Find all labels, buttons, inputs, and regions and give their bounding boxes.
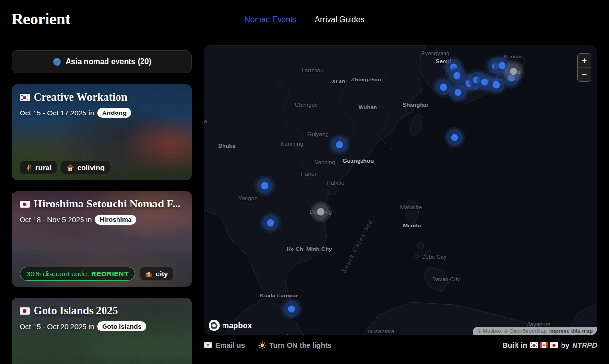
- flag-kr: [530, 342, 538, 348]
- event-title: Goto Islands 2025: [20, 305, 184, 317]
- event-card-list: Creative WorkationOct 15 - Oct 17 2025 i…: [12, 84, 192, 364]
- main-content: Asia nomad events (20) Creative Workatio…: [0, 38, 609, 364]
- event-marker[interactable]: [435, 79, 452, 95]
- event-marker[interactable]: [262, 215, 279, 231]
- map-city-label: Guiyang: [307, 131, 328, 137]
- event-marker-muted[interactable]: [313, 204, 329, 220]
- event-marker[interactable]: [488, 77, 504, 93]
- flag-ca: [540, 342, 548, 348]
- tag-coliving: coliving: [61, 161, 110, 174]
- event-date: Oct 15 - Oct 17 2025 inAndong: [20, 108, 184, 118]
- improve-map-link[interactable]: Improve this map: [549, 328, 593, 334]
- globe-icon: [53, 57, 61, 66]
- map-city-label: Manila: [403, 223, 421, 228]
- map-city-label: Pyongyang: [421, 50, 449, 56]
- location-pill: Hiroshima: [95, 215, 136, 225]
- filter-button-label: Asia nomad events (20): [66, 57, 152, 66]
- app-header: Reorient Nomad EventsArrival Guides: [0, 0, 609, 38]
- event-marker[interactable]: [283, 301, 300, 317]
- zoom-in-button[interactable]: +: [578, 54, 591, 68]
- map-city-label: Wuhan: [358, 104, 377, 110]
- event-card[interactable]: Hiroshima Setouchi Nomad F...Oct 18 - No…: [12, 191, 192, 287]
- location-pill: Goto Islands: [97, 321, 146, 331]
- built-in-text: Built in: [503, 341, 527, 349]
- event-title: Creative Workation: [20, 91, 184, 103]
- event-title: Hiroshima Setouchi Nomad F...: [20, 198, 184, 210]
- map-city-label: Kuala Lumpur: [260, 293, 298, 298]
- event-date: Oct 18 - Nov 5 2025 inHiroshima: [20, 215, 184, 225]
- event-marker[interactable]: [257, 178, 273, 194]
- logo[interactable]: Reorient: [12, 10, 70, 28]
- map-zoom-control: + −: [577, 53, 591, 82]
- sidebar: Asia nomad events (20) Creative Workatio…: [12, 38, 192, 364]
- map-city-label: Kunming: [281, 141, 304, 147]
- email-icon: [204, 342, 212, 348]
- house-icon: [67, 164, 74, 171]
- map-city-label: Chengdu: [295, 102, 318, 108]
- map-city-label: Haikou: [327, 180, 345, 186]
- nav-nomad-events[interactable]: Nomad Events: [245, 15, 296, 24]
- location-pill: Andong: [97, 108, 131, 118]
- map-city-label: Dhaka: [218, 143, 235, 148]
- map-city-label: Palembang: [287, 333, 316, 335]
- main-nav: Nomad EventsArrival Guides: [245, 15, 364, 24]
- map-canvas[interactable]: PyongyangSeoulSendaiTokyoFukuokaOsakaSha…: [204, 46, 597, 335]
- flag-kr: [20, 94, 30, 101]
- map-city-label: Ho Chi Minh City: [286, 246, 332, 252]
- rice-icon: [25, 164, 32, 171]
- mapbox-logo-icon: [209, 320, 220, 331]
- mapbox-logo[interactable]: mapbox: [209, 320, 252, 331]
- tag-rural: rural: [20, 161, 57, 174]
- city-icon: [145, 271, 152, 277]
- map-city-label: Xi'an: [332, 79, 345, 84]
- footer-link-email-us[interactable]: Email us: [204, 341, 245, 349]
- nav-arrival-guides[interactable]: Arrival Guides: [315, 15, 364, 24]
- footer: Email usTurn ON the lights Built in by N…: [0, 341, 609, 349]
- zoom-out-button[interactable]: −: [578, 68, 591, 81]
- map-city-label: Zhengzhou: [351, 77, 381, 82]
- event-card[interactable]: Creative WorkationOct 15 - Oct 17 2025 i…: [12, 84, 192, 180]
- map-city-label: Cebu City: [422, 254, 446, 260]
- map-city-label: Yangon: [238, 195, 258, 201]
- map-city-label: w: [204, 118, 207, 124]
- tag-city: city: [140, 267, 174, 280]
- flag-jp: [550, 342, 558, 348]
- map-attribution: © Mapbox © OpenStreetMap Improve this ma…: [473, 327, 597, 335]
- attribution-mapbox-link[interactable]: © Mapbox: [478, 328, 502, 334]
- footer-flags: [530, 342, 558, 348]
- flag-jp: [20, 201, 30, 208]
- event-card[interactable]: Goto Islands 2025Oct 15 - Oct 20 2025 in…: [12, 298, 192, 364]
- discount-pill: 30% discount code: REORIENT: [20, 267, 135, 281]
- attribution-osm-link[interactable]: © OpenStreetMap: [504, 328, 547, 334]
- footer-link-turn-on-the-lights[interactable]: Turn ON the lights: [258, 341, 332, 349]
- sun-icon: [258, 341, 266, 349]
- event-marker[interactable]: [331, 136, 348, 153]
- event-marker[interactable]: [446, 129, 463, 146]
- footer-credit: Built in by NTRPD: [503, 341, 597, 349]
- map-city-label: Jayapura: [527, 321, 551, 327]
- flag-jp: [20, 307, 30, 315]
- map-city-label: Mabalite: [400, 205, 422, 210]
- map-city-label: Lanzhou: [302, 68, 324, 73]
- event-date: Oct 15 - Oct 20 2025 inGoto Islands: [20, 321, 184, 331]
- map-city-label: Nanning: [314, 159, 335, 165]
- events-filter-button[interactable]: Asia nomad events (20): [12, 50, 192, 73]
- map-city-label: Nusantara: [368, 329, 395, 334]
- map-city-label: Davao City: [432, 276, 460, 282]
- footer-links: Email usTurn ON the lights: [204, 341, 331, 349]
- mapbox-wordmark: mapbox: [222, 321, 252, 330]
- map-city-label: Guangzhou: [342, 158, 374, 164]
- by-text: by: [561, 341, 570, 349]
- event-marker-muted[interactable]: [505, 63, 522, 80]
- page: { "header": { "logo": "Reorient", "nav":…: [0, 0, 609, 364]
- map-city-label: Shanghai: [402, 102, 428, 108]
- map-city-label: Hanoi: [301, 171, 316, 177]
- brand-name[interactable]: NTRPD: [572, 341, 597, 349]
